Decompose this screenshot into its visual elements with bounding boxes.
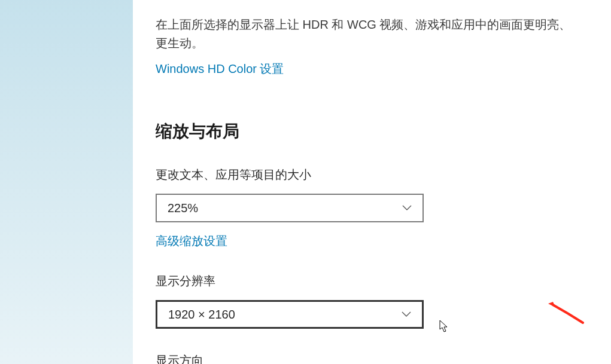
- hdr-description: 在上面所选择的显示器上让 HDR 和 WCG 视频、游戏和应用中的画面更明亮、更…: [156, 16, 580, 53]
- settings-main-panel: 在上面所选择的显示器上让 HDR 和 WCG 视频、游戏和应用中的画面更明亮、更…: [133, 0, 611, 364]
- annotation-arrow-icon: [547, 301, 584, 325]
- scale-dropdown[interactable]: 225%: [156, 194, 424, 222]
- chevron-down-icon: [402, 310, 411, 319]
- chevron-down-icon: [402, 203, 412, 213]
- advanced-scaling-link[interactable]: 高级缩放设置: [156, 233, 227, 249]
- text-size-label: 更改文本、应用等项目的大小: [156, 167, 588, 183]
- mouse-cursor-icon: [439, 320, 450, 333]
- resolution-dropdown[interactable]: 1920 × 2160: [156, 300, 424, 329]
- settings-sidebar: [0, 0, 133, 364]
- resolution-dropdown-value: 1920 × 2160: [168, 308, 402, 322]
- scale-dropdown-value: 225%: [168, 201, 402, 215]
- hd-color-settings-link[interactable]: Windows HD Color 设置: [156, 61, 284, 77]
- orientation-label: 显示方向: [156, 353, 588, 364]
- scale-layout-heading: 缩放与布局: [156, 120, 588, 143]
- resolution-label: 显示分辨率: [156, 273, 588, 289]
